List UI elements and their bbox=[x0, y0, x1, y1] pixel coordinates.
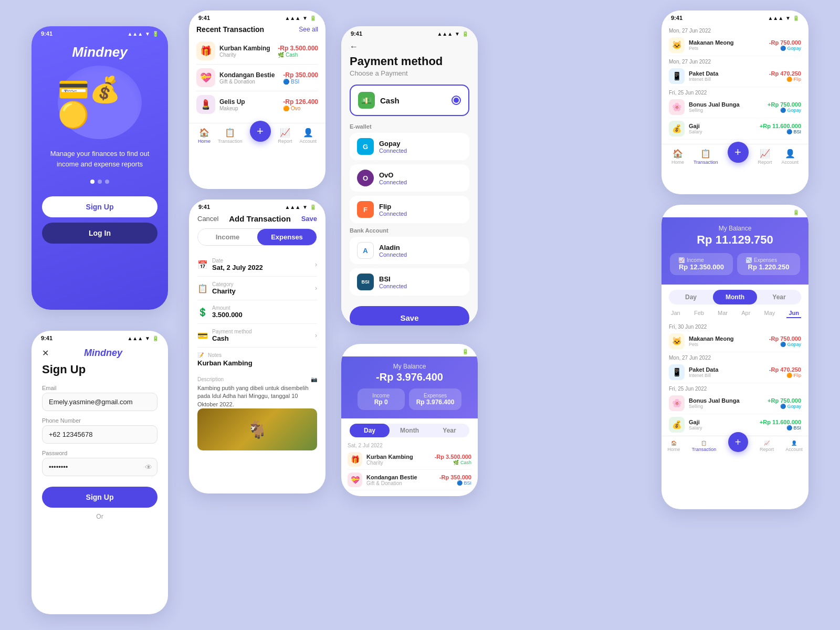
nav-home-8[interactable]: 🏠 Home bbox=[667, 440, 680, 452]
see-all-link[interactable]: See all bbox=[299, 26, 318, 33]
nav-home-label-7: Home bbox=[671, 160, 684, 165]
txn8-1[interactable]: 🐱 Makanan Meong Pets -Rp 750.000 🔵 Gopay bbox=[669, 331, 801, 352]
txn-info-2: Kondangan Bestie Gift & Donation bbox=[219, 71, 283, 85]
txn-item-1[interactable]: 🎁 Kurban Kambing Charity -Rp 3.500.000 🌿… bbox=[196, 38, 318, 65]
day-tab-6[interactable]: Day bbox=[350, 424, 390, 437]
txn6-name-1: Kurban Kambing bbox=[366, 454, 435, 460]
email-field-wrap: Email bbox=[42, 385, 158, 411]
txn-cat-1: Charity bbox=[219, 52, 278, 58]
txn7-1[interactable]: 🐱 Makanan Meong Pets -Rp 750.000 🔵 Gopay bbox=[669, 35, 801, 56]
txn-date-header-7c: Fri, 25 Jun 2022 bbox=[669, 87, 801, 97]
nav-transaction-8[interactable]: 📋 Transaction bbox=[692, 440, 717, 452]
balance-cards-8: 📈 Income Rp 12.350.000 📉 Expenses Rp 1.2… bbox=[670, 253, 800, 275]
bsi-option[interactable]: BSI BSI Connected bbox=[350, 268, 469, 296]
time-2: 9:41 bbox=[41, 335, 52, 341]
month-selector: Jan Feb Mar Apr May Jun bbox=[662, 307, 808, 321]
nav-home-7[interactable]: 🏠 Home bbox=[671, 149, 684, 165]
txn-item-2[interactable]: 💝 Kondangan Bestie Gift & Donation -Rp 3… bbox=[196, 65, 318, 91]
nav-report-3[interactable]: 📈 Report bbox=[278, 128, 292, 144]
income-tab[interactable]: Income bbox=[198, 229, 257, 245]
mar-tab[interactable]: Mar bbox=[716, 309, 730, 318]
back-button[interactable]: ← bbox=[350, 42, 469, 51]
email-input[interactable] bbox=[42, 393, 158, 411]
period-tabs-8: Day Month Year bbox=[669, 290, 801, 304]
may-tab[interactable]: May bbox=[762, 309, 777, 318]
income-label-8: 📈 Income bbox=[678, 257, 724, 263]
year-tab-8[interactable]: Year bbox=[757, 290, 801, 304]
year-tab-6[interactable]: Year bbox=[429, 424, 469, 437]
txn8-cat-1: Pets bbox=[689, 342, 769, 347]
wifi-4: ▼ bbox=[302, 204, 308, 210]
jan-tab[interactable]: Jan bbox=[669, 309, 682, 318]
status-bar-6: 9:41 ▲▲▲ ▼ 🔋 bbox=[341, 344, 478, 356]
cancel-button[interactable]: Cancel bbox=[197, 215, 218, 223]
login-button[interactable]: Log In bbox=[42, 223, 158, 244]
txn-list-8: Fri, 30 Jun 2022 🐱 Makanan Meong Pets -R… bbox=[662, 321, 808, 436]
feb-tab[interactable]: Feb bbox=[692, 309, 706, 318]
gopay-option-left: G Gopay Connected bbox=[357, 138, 407, 155]
nav-home-label-8: Home bbox=[667, 447, 680, 452]
txn7-amount-3: +Rp 750.000 bbox=[768, 101, 801, 108]
battery-5: 🔋 bbox=[462, 31, 468, 37]
cash-selected-option[interactable]: 💵 Cash bbox=[350, 85, 469, 116]
month-tab-8[interactable]: Month bbox=[713, 290, 757, 304]
date-chevron: › bbox=[315, 261, 317, 268]
income-label-text-8: Income bbox=[687, 257, 704, 263]
eye-icon[interactable]: 👁 bbox=[145, 463, 152, 471]
nav-report-8[interactable]: 📈 Report bbox=[760, 440, 774, 452]
txn7-3[interactable]: 🌸 Bonus Jual Bunga Selling +Rp 750.000 🔵… bbox=[669, 97, 801, 118]
aladin-option[interactable]: A Aladin Connected bbox=[350, 237, 469, 264]
date-row[interactable]: 📅 Date Sat, 2 July 2022 › bbox=[197, 253, 317, 277]
jun-tab[interactable]: Jun bbox=[786, 309, 801, 318]
mindney-logo: Mindney bbox=[72, 44, 127, 60]
txn7-cat-4: Salary bbox=[689, 129, 760, 134]
payment-row[interactable]: 💳 Payment method Cash › bbox=[197, 324, 317, 348]
flip-option[interactable]: F Flip Connected bbox=[350, 196, 469, 223]
txn8-2[interactable]: 📱 Paket Data Intenet Bill -Rp 470.250 🟠 … bbox=[669, 362, 801, 383]
apr-tab[interactable]: Apr bbox=[739, 309, 752, 318]
txn8-3[interactable]: 🌸 Bonus Jual Bunga Selling +Rp 750.000 🔵… bbox=[669, 393, 801, 414]
nav-plus-3[interactable]: + bbox=[250, 121, 271, 142]
nav-transaction-7[interactable]: 📋 Transaction bbox=[694, 149, 718, 165]
nav-plus-8[interactable]: + bbox=[728, 432, 748, 452]
camera-icon[interactable]: 📷 bbox=[311, 376, 317, 382]
nav-transaction-3[interactable]: 📋 Transaction bbox=[218, 128, 243, 144]
txn7-4[interactable]: 💰 Gaji Salary +Rp 11.600.000 🔵 BSI bbox=[669, 118, 801, 140]
day-tab-8[interactable]: Day bbox=[669, 290, 713, 304]
nav-transaction-label-7: Transaction bbox=[694, 160, 718, 165]
month-tab-6[interactable]: Month bbox=[390, 424, 429, 437]
notes-value: Kurban Kambing bbox=[197, 359, 317, 367]
ovo-option[interactable]: O OvO Connected bbox=[350, 164, 469, 192]
notes-row: 📝 Notes Kurban Kambing bbox=[197, 348, 317, 372]
save-payment-button[interactable]: Save bbox=[350, 306, 469, 326]
email-label: Email bbox=[42, 385, 158, 391]
close-button[interactable]: ✕ bbox=[42, 348, 49, 358]
save-transaction-button[interactable]: Save bbox=[301, 215, 317, 223]
nav-account-8[interactable]: 👤 Account bbox=[785, 440, 803, 452]
wifi-5: ▼ bbox=[455, 31, 460, 37]
nav-report-7[interactable]: 📈 Report bbox=[758, 149, 772, 165]
txn6-2[interactable]: 💝 Kondangan Bestie Gift & Donation -Rp 3… bbox=[348, 470, 471, 490]
amount-icon: 💲 bbox=[197, 307, 208, 317]
txn-item-3[interactable]: 💄 Gelis Up Makeup -Rp 126.400 🟠 Ovo bbox=[196, 91, 318, 118]
nav-home-3[interactable]: 🏠 Home bbox=[198, 128, 211, 144]
txn6-1[interactable]: 🎁 Kurban Kambing Charity -Rp 3.500.000 🌿… bbox=[348, 449, 471, 470]
amount-row[interactable]: 💲 Amount 3.500.000 bbox=[197, 300, 317, 324]
signup-submit-button[interactable]: Sign Up bbox=[42, 487, 158, 508]
password-input[interactable] bbox=[42, 458, 158, 476]
nav-account-3[interactable]: 👤 Account bbox=[299, 128, 317, 144]
gopay-option[interactable]: G Gopay Connected bbox=[350, 133, 469, 160]
phone-input[interactable] bbox=[42, 425, 158, 444]
txn7-2[interactable]: 📱 Paket Data Intenet Bill -Rp 470.250 🟠 … bbox=[669, 66, 801, 87]
txn6-info-2: Kondangan Bestie Gift & Donation bbox=[366, 474, 439, 486]
transaction-icon-3: 📋 bbox=[225, 128, 235, 138]
report-icon-7: 📈 bbox=[760, 149, 770, 159]
txn6-cat-1: Charity bbox=[366, 460, 435, 466]
category-row[interactable]: 📋 Category Charity › bbox=[197, 277, 317, 300]
nav-plus-7[interactable]: + bbox=[728, 142, 749, 163]
signup-button[interactable]: Sign Up bbox=[42, 196, 158, 217]
date-value: Sat, 2 July 2022 bbox=[212, 264, 263, 271]
category-chevron: › bbox=[315, 285, 317, 292]
expenses-tab[interactable]: Expenses bbox=[257, 229, 317, 245]
nav-account-7[interactable]: 👤 Account bbox=[781, 149, 799, 165]
